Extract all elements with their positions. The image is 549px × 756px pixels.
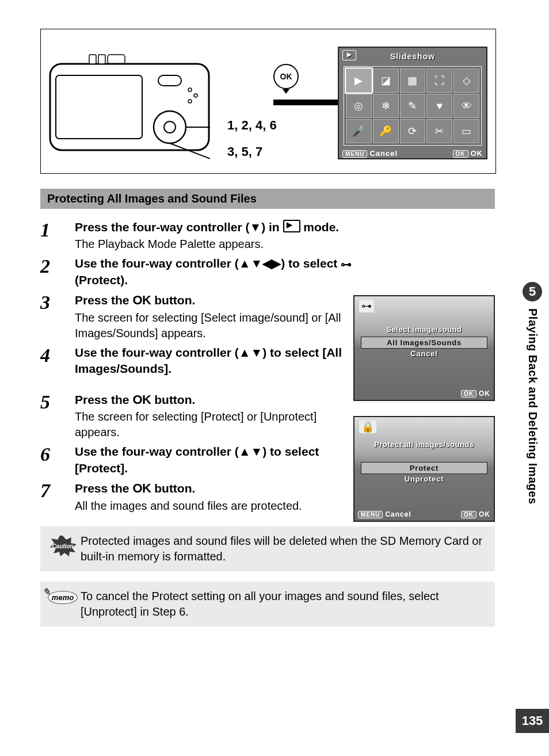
top-diagram: OK 1, 2, 4, 6 3, 5, 7 ▶ Slideshow ▶ ◪ ▦ … <box>40 29 496 174</box>
step-number: 6 <box>40 444 75 476</box>
steps-container: 1 Press the four-way controller (▼) in m… <box>40 219 495 514</box>
step-2: 2 Use the four-way controller (▲▼◀▶) to … <box>40 255 495 288</box>
palette-cell: ♥ <box>426 94 452 118</box>
palette-cell: ▶ <box>346 68 372 93</box>
step-head: Use the four-way controller (▲▼◀▶) to se… <box>75 255 495 288</box>
ok-label-inline: OK <box>132 392 151 407</box>
svg-text:Caution: Caution <box>52 543 73 549</box>
palette-cell: ⟳ <box>400 119 426 143</box>
palette-grid: ▶ ◪ ▦ ⛶ ◇ ◎ ❄ ✎ ♥ 👁 🎤 🔑 ⟳ ✂ ▭ <box>344 66 482 146</box>
section-header: Protecting All Images and Sound Files <box>40 189 495 209</box>
palette-cancel: MENUCancel <box>342 149 398 158</box>
svg-rect-1 <box>56 75 142 139</box>
step-label-dpad: 1, 2, 4, 6 <box>227 118 277 133</box>
palette-cell: ◎ <box>346 94 372 118</box>
mini-menu: All Images/Sounds Cancel <box>361 337 487 359</box>
palette-cell: ✎ <box>400 94 426 118</box>
step-head: Use the four-way controller (▲▼) to sele… <box>75 345 345 377</box>
svg-rect-4 <box>158 75 181 86</box>
menu-item-protect: Protect <box>361 463 487 474</box>
chapter-tab: 5 Playing Back and Deleting Images <box>516 282 549 708</box>
protect-icon: ⊶ <box>359 300 374 312</box>
palette-cell: 🔑 <box>373 119 399 143</box>
memo-icon: memo <box>45 589 81 605</box>
step-head: Press the OK button. <box>75 292 345 309</box>
menu-button-icon: MENU <box>358 511 383 518</box>
palette-cell: ▭ <box>453 119 479 143</box>
mini-foot-ok: OKOK <box>461 390 490 398</box>
step-number: 1 <box>40 219 75 252</box>
memo-box: memo To cancel the Protect setting on al… <box>40 582 495 627</box>
palette-cell: ◪ <box>373 68 399 93</box>
step-head: Press the OK button. <box>75 391 345 408</box>
chapter-title: Playing Back and Deleting Images <box>526 308 539 505</box>
mini-screen-title: Protect all images/sounds <box>354 440 494 449</box>
menu-item-all: All Images/Sounds <box>361 337 487 348</box>
menu-button-icon: MENU <box>342 150 367 158</box>
mini-menu: Protect Unprotect <box>361 463 487 484</box>
ok-button-callout: OK <box>273 64 299 89</box>
playback-icon: ▶ <box>342 50 356 60</box>
memo-text: To cancel the Protect setting on all you… <box>81 589 487 620</box>
step-number: 2 <box>40 255 75 288</box>
step-head: Use the four-way controller (▲▼) to sele… <box>75 444 345 476</box>
palette-ok: OKOK <box>453 149 483 158</box>
mini-screen-select: ⊶ Select image/sound All Images/Sounds C… <box>353 295 495 401</box>
caution-box: Caution Protected images and sound files… <box>40 526 495 571</box>
svg-rect-6 <box>98 55 105 64</box>
step-1: 1 Press the four-way controller (▼) in m… <box>40 219 495 252</box>
ok-label-inline: OK <box>132 293 151 307</box>
lock-icon: 🔒 <box>359 421 376 433</box>
manual-page: 5 Playing Back and Deleting Images 135 O… <box>0 0 549 756</box>
caution-text: Protected images and sound files will be… <box>81 533 487 564</box>
protect-icon: ⊶ <box>341 257 352 272</box>
palette-cell: ✂ <box>426 119 452 143</box>
palette-cell: ⛶ <box>426 68 452 93</box>
ok-button-icon: OK <box>453 150 468 158</box>
svg-rect-7 <box>108 55 125 64</box>
mini-screen-protect: 🔒 Protect all images/sounds Protect Unpr… <box>353 416 495 522</box>
step-head: Press the four-way controller (▼) in mod… <box>75 219 495 235</box>
palette-title: Slideshow <box>390 52 435 61</box>
palette-cell: ▦ <box>400 68 426 93</box>
palette-cell: ◇ <box>453 68 479 93</box>
step-number: 3 <box>40 292 75 341</box>
menu-item-unprotect: Unprotect <box>361 474 487 484</box>
palette-cell: ❄ <box>373 94 399 118</box>
palette-screen: ▶ Slideshow ▶ ◪ ▦ ⛶ ◇ ◎ ❄ ✎ ♥ 👁 🎤 🔑 ⟳ ✂ … <box>338 47 487 159</box>
palette-cell: 👁 <box>453 94 479 118</box>
svg-point-3 <box>164 121 176 133</box>
step-sub: The screen for selecting [Protect] or [U… <box>75 409 345 440</box>
chapter-number-badge: 5 <box>523 282 542 301</box>
camera-illustration <box>49 52 210 162</box>
ok-button-icon: OK <box>461 390 476 398</box>
playback-mode-icon <box>283 220 300 232</box>
ok-button-icon: OK <box>461 511 476 518</box>
step-number: 7 <box>40 480 75 514</box>
step-number: 5 <box>40 391 75 441</box>
step-sub: The Playback Mode Palette appears. <box>75 236 495 252</box>
mini-screen-title: Select image/sound <box>354 325 494 334</box>
menu-item-cancel: Cancel <box>361 348 487 359</box>
ok-label-inline: OK <box>132 481 151 495</box>
arrow-icon <box>273 100 348 105</box>
step-label-ok: 3, 5, 7 <box>227 144 262 159</box>
svg-rect-5 <box>89 55 96 64</box>
page-number: 135 <box>516 709 549 733</box>
mini-foot-cancel: MENUCancel <box>358 510 411 518</box>
mini-foot-ok: OKOK <box>461 510 490 518</box>
step-sub: The screen for selecting [Select image/s… <box>75 310 345 341</box>
palette-cell: 🎤 <box>346 119 372 143</box>
caution-icon: Caution <box>45 533 81 556</box>
step-number: 4 <box>40 345 75 377</box>
